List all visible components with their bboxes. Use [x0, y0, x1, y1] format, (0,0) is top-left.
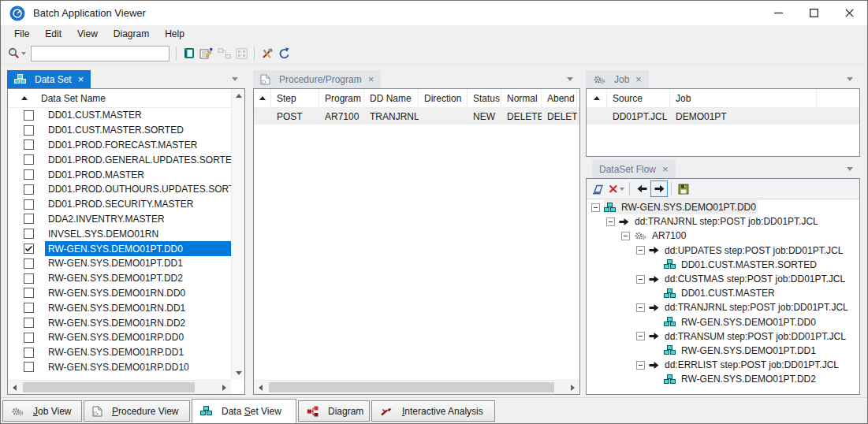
tree-collapse-toggle[interactable]: [636, 303, 645, 312]
column-header-program[interactable]: Program: [319, 89, 364, 107]
maximize-button[interactable]: [796, 1, 832, 25]
dataset-name-column-header[interactable]: Data Set Name: [41, 93, 106, 104]
panel-menu-chevron-icon[interactable]: [847, 167, 853, 171]
dataset-checkbox[interactable]: [24, 169, 34, 180]
close-icon[interactable]: ×: [78, 74, 84, 84]
flow-tree-node[interactable]: dd:TRANJRNL step:POST job:DD01PT.JCL: [587, 300, 859, 314]
sort-column-header[interactable]: [254, 89, 271, 107]
column-header-normal[interactable]: Normal: [501, 89, 542, 107]
column-header-step[interactable]: Step: [271, 89, 319, 107]
dataset-checkbox[interactable]: [24, 214, 34, 224]
dataset-list-item[interactable]: RW-GEN.SYS.DEMO01RP.DD10: [8, 360, 231, 375]
dataset-list-item[interactable]: INVSEL.SYS.DEMO01RN: [8, 226, 231, 241]
minimize-button[interactable]: [761, 1, 796, 25]
flow-tree-node[interactable]: DD01.CUST.MASTER: [587, 286, 859, 300]
flow-tree-node[interactable]: dd:ERRLIST step:POST job:DD01PT.JCL: [587, 358, 859, 372]
dataset-list-item[interactable]: DD01.CUST.MASTER: [8, 108, 231, 123]
dataset-list-item[interactable]: DDA2.INVENTRY.MASTER: [8, 212, 231, 227]
scrollbar-thumb[interactable]: [23, 382, 195, 392]
dataset-list-item[interactable]: RW-GEN.SYS.DEMO01RN.DD1: [8, 300, 231, 315]
dataset-checkbox[interactable]: [24, 184, 34, 195]
dataset-list-item[interactable]: RW-GEN.SYS.DEMO01RP.DD0: [8, 330, 231, 345]
close-icon[interactable]: ×: [368, 74, 374, 84]
panel-menu-chevron-icon[interactable]: [847, 77, 853, 81]
tab-job[interactable]: Job ×: [586, 70, 649, 88]
navigate-back-button[interactable]: [633, 180, 650, 197]
panel-menu-chevron-icon[interactable]: [567, 77, 573, 81]
procedure-row[interactable]: POSTAR7100TRANJRNLNEWDELETEDELETE: [254, 108, 579, 125]
dataset-list-header[interactable]: Data Set Name: [8, 89, 244, 108]
scrollbar-thumb[interactable]: [269, 382, 554, 392]
flow-tree-node[interactable]: RW-GEN.SYS.DEMO01PT.DD1: [587, 344, 859, 358]
search-scope-button[interactable]: [6, 45, 28, 62]
dataset-checkbox[interactable]: [24, 110, 34, 121]
scroll-left-button[interactable]: [254, 381, 267, 394]
tree-collapse-toggle[interactable]: [591, 203, 600, 212]
flow-tree-node[interactable]: dd:TRANJRNL step:POST job:DD01PT.JCL: [587, 214, 859, 229]
refresh-button[interactable]: [275, 45, 292, 62]
dataset-checkbox[interactable]: [24, 318, 34, 328]
view-tab-data-set-view[interactable]: Data Set View: [192, 399, 296, 423]
dataset-list-item[interactable]: DD01.PROD.SECURITY.MASTER: [8, 197, 231, 212]
dataset-checkbox[interactable]: [24, 303, 34, 313]
dataset-list-item[interactable]: DD01.PROD.OUTHOURS.UPDATES.SORTED: [8, 182, 231, 197]
job-row[interactable]: DD01PT.JCLDEMO01PT: [587, 108, 859, 125]
column-header-source[interactable]: Source: [607, 89, 670, 107]
customize-tools-button[interactable]: [259, 45, 275, 62]
dataset-checkbox[interactable]: [24, 139, 34, 150]
scroll-left-button[interactable]: [8, 381, 21, 394]
close-icon[interactable]: ×: [635, 74, 642, 84]
scroll-right-button[interactable]: [566, 381, 579, 394]
tree-collapse-toggle[interactable]: [636, 275, 645, 284]
column-header-direction[interactable]: Direction: [419, 89, 468, 107]
flow-tree-node[interactable]: RW-GEN.SYS.DEMO01PT.DD0: [587, 315, 859, 329]
flow-tree-node[interactable]: RW-GEN.SYS.DEMO01PT.DD0: [587, 200, 859, 214]
scroll-up-button[interactable]: [232, 89, 245, 102]
flow-tree-node[interactable]: RW-GEN.SYS.DEMO01PT.DD2: [587, 372, 859, 386]
menu-item-view[interactable]: View: [69, 26, 106, 42]
panel-menu-chevron-icon[interactable]: [232, 77, 238, 81]
dataset-list-item[interactable]: RW-GEN.SYS.DEMO01PT.DD1: [8, 256, 231, 271]
close-icon[interactable]: ×: [662, 164, 669, 174]
dataset-checkbox[interactable]: [24, 273, 34, 284]
tab-dataset-flow[interactable]: DataSet Flow ×: [592, 160, 676, 178]
view-tab-interactive-analysis[interactable]: Interactive Analysis: [371, 400, 495, 422]
flow-tree-node[interactable]: dd:UPDATES step:POST job:DD01PT.JCL: [587, 244, 859, 258]
column-header-status[interactable]: Status: [468, 89, 501, 107]
view-tab-procedure-view[interactable]: Procedure View: [84, 400, 190, 422]
export-flow-button[interactable]: [590, 180, 607, 197]
menu-item-diagram[interactable]: Diagram: [106, 26, 157, 42]
tree-collapse-toggle[interactable]: [636, 332, 645, 340]
navigate-forward-button[interactable]: [650, 180, 668, 197]
dataset-horizontal-scrollbar[interactable]: [8, 380, 231, 394]
dataset-checkbox[interactable]: [24, 199, 34, 210]
column-header-abend[interactable]: Abend: [542, 89, 577, 107]
dataset-list-item[interactable]: DD01.CUST.MASTER.SORTED: [8, 123, 231, 138]
flow-tree-node[interactable]: dd:TRANSUM step:POST job:DD01PT.JCL: [587, 329, 859, 344]
flow-tree-node[interactable]: dd:CUSTMAS step:POST job:DD01PT.JCL: [587, 272, 859, 286]
menu-item-file[interactable]: File: [6, 26, 37, 42]
remove-node-button[interactable]: [607, 180, 626, 197]
procedure-horizontal-scrollbar[interactable]: [254, 380, 579, 394]
dataset-checkbox[interactable]: [24, 362, 34, 372]
flow-tree-node[interactable]: DD01.CUST.MASTER.SORTED: [587, 258, 859, 272]
scroll-down-button[interactable]: [232, 366, 245, 379]
dataset-list-item[interactable]: DD01.PROD.FORECAST.MASTER: [8, 138, 231, 153]
dataset-list-item[interactable]: RW-GEN.SYS.DEMO01RN.DD0: [8, 286, 231, 301]
view-tab-job-view[interactable]: Job View: [2, 400, 82, 422]
dataset-vertical-scrollbar[interactable]: [231, 89, 244, 379]
dataset-checkbox[interactable]: [24, 348, 34, 358]
tree-collapse-toggle[interactable]: [636, 246, 645, 255]
dataset-list-item[interactable]: DD01.PROD.MASTER: [8, 167, 231, 182]
sort-column-header[interactable]: [587, 89, 607, 107]
dataset-checkbox[interactable]: [24, 125, 34, 136]
flow-tree-node[interactable]: AR7100: [587, 229, 859, 243]
dataset-checkbox[interactable]: [24, 333, 34, 343]
dataset-checkbox[interactable]: [24, 154, 34, 165]
close-button[interactable]: [832, 1, 867, 25]
save-flow-button[interactable]: [675, 180, 692, 197]
column-header-dd-name[interactable]: DD Name: [364, 89, 419, 107]
tab-procedure-program[interactable]: Procedure/Program ×: [253, 70, 381, 88]
dataset-checkbox[interactable]: [24, 244, 34, 254]
view-tab-diagram[interactable]: Diagram: [298, 400, 370, 422]
